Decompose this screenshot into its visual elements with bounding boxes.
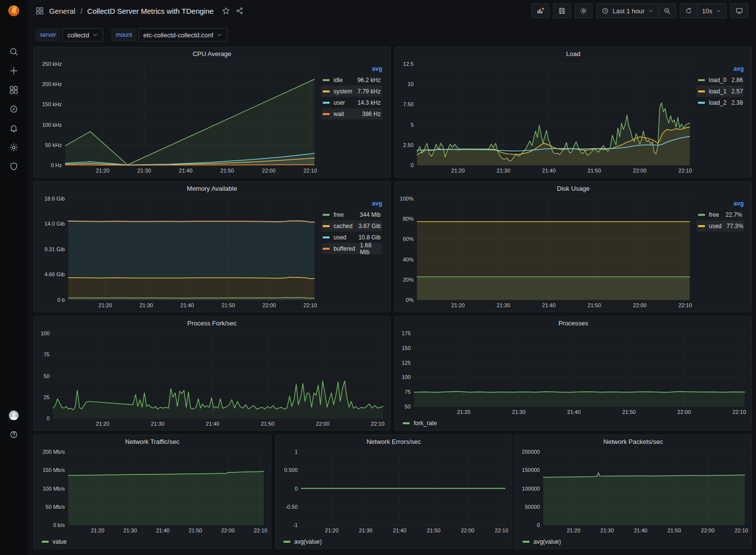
series-name[interactable]: used — [709, 223, 722, 230]
legend-item-value: value — [42, 538, 67, 545]
variable-mount-value[interactable]: etc-collectd-collectd.conf — [139, 28, 227, 42]
user-avatar[interactable] — [8, 409, 20, 421]
breadcrumb-section[interactable]: General — [49, 7, 75, 15]
fork-graph[interactable]: 21:2021:3021:4021:5022:0022:100255075100 — [36, 329, 388, 429]
create-plus-icon[interactable] — [9, 66, 19, 76]
server-admin-shield-icon[interactable] — [9, 162, 19, 172]
share-icon[interactable] — [235, 6, 244, 15]
svg-text:22:00: 22:00 — [677, 409, 691, 415]
panel-title-fork[interactable]: Process Fork/sec — [34, 317, 390, 329]
series-name[interactable]: free — [334, 211, 344, 218]
explore-compass-icon[interactable] — [9, 104, 19, 114]
time-range-picker[interactable]: Last 1 hour — [596, 3, 659, 18]
panel-title-net-packets[interactable]: Network Packets/sec — [515, 435, 752, 448]
legend-item-fork_rate: fork_rate — [403, 420, 437, 427]
zoom-out-time-button[interactable] — [658, 3, 676, 18]
series-avg-value: 77.3% — [722, 223, 743, 230]
series-avg-value: 7.79 kHz — [353, 88, 381, 95]
grafana-logo[interactable] — [7, 4, 21, 18]
refresh-interval-dropdown[interactable]: 10s — [697, 3, 727, 18]
configuration-gear-icon[interactable] — [9, 143, 19, 152]
tv-mode-button[interactable] — [730, 3, 748, 18]
legend-avg-header[interactable]: avg — [697, 64, 744, 74]
series-name[interactable]: wait — [334, 111, 344, 117]
svg-text:200 kHz: 200 kHz — [42, 81, 62, 87]
series-color-swatch — [42, 541, 49, 543]
panel-title-disk[interactable]: Disk Usage — [395, 182, 752, 195]
series-color-swatch — [323, 79, 330, 81]
panel-title-processes[interactable]: Processes — [395, 317, 752, 329]
series-name[interactable]: used — [334, 234, 346, 241]
svg-text:50: 50 — [44, 373, 50, 379]
legend-avg-header[interactable]: avg — [321, 199, 382, 209]
series-color-swatch — [323, 113, 330, 115]
panel-title-load[interactable]: Load — [395, 47, 752, 60]
svg-text:100000: 100000 — [522, 486, 540, 492]
series-name[interactable]: avg(value) — [533, 538, 561, 545]
dashboard-title: CollectD Server Metrics with TDengine — [87, 7, 214, 15]
search-icon[interactable] — [9, 47, 19, 57]
network-packets-graph[interactable]: 21:2021:3021:4021:5022:0022:100500001000… — [517, 448, 750, 536]
svg-text:21:40: 21:40 — [393, 527, 407, 533]
favorite-star-icon[interactable] — [222, 6, 230, 15]
memory-legend: avgfree344 Mibcached3.67 Gibused10.8 Gib… — [319, 195, 388, 311]
series-name[interactable]: avg(value) — [294, 538, 322, 545]
save-dashboard-button[interactable] — [553, 3, 571, 18]
help-icon[interactable] — [9, 430, 19, 439]
processes-graph[interactable]: 21:2021:3021:4021:5022:0022:105075100125… — [397, 329, 750, 417]
series-name[interactable]: user — [334, 99, 345, 106]
add-panel-button[interactable] — [532, 3, 549, 18]
network-traffic-graph[interactable]: 21:2021:3021:4021:5022:0022:100 b/s50 Mb… — [36, 448, 269, 536]
series-name[interactable]: fork_rate — [414, 420, 437, 427]
svg-text:50000: 50000 — [525, 504, 540, 510]
dashboards-icon[interactable] — [9, 85, 19, 95]
svg-text:22:00: 22:00 — [633, 302, 647, 308]
series-name[interactable]: load_0 — [709, 77, 727, 84]
panel-title-net-traffic[interactable]: Network Traffic/sec — [34, 435, 271, 448]
cpu-graph[interactable]: 21:2021:3021:4021:5022:0022:100 Hz50 kHz… — [36, 60, 319, 176]
svg-text:10: 10 — [408, 81, 414, 87]
top-navbar: General / CollectD Server Metrics with T… — [28, 0, 756, 22]
panel-title-net-errors[interactable]: Network Errors/sec — [276, 435, 512, 448]
panel-network-traffic: Network Traffic/sec 21:2021:3021:4021:50… — [33, 435, 271, 549]
series-name[interactable]: free — [709, 211, 719, 218]
panel-title-cpu[interactable]: CPU Average — [34, 47, 390, 60]
legend-avg-header[interactable]: avg — [697, 199, 744, 209]
network-packets-legend: avg(value) — [517, 536, 750, 548]
svg-text:22:00: 22:00 — [262, 302, 276, 308]
svg-text:-0.50: -0.50 — [285, 504, 298, 510]
legend-row-idle: idle96.2 kHz — [321, 74, 382, 86]
disk-graph[interactable]: 21:2021:3021:4021:5022:0022:100%20%40%60… — [397, 195, 695, 311]
svg-text:21:40: 21:40 — [634, 527, 647, 533]
series-name[interactable]: idle — [334, 77, 343, 84]
series-name[interactable]: value — [53, 538, 67, 545]
network-errors-graph[interactable]: 21:2021:3021:4021:5022:0022:10-1-0.5000.… — [278, 448, 510, 536]
variable-server-value[interactable]: collectd — [62, 28, 103, 42]
svg-text:21:50: 21:50 — [189, 527, 202, 533]
svg-text:150: 150 — [402, 345, 411, 351]
breadcrumb-separator: / — [80, 7, 82, 15]
series-color-swatch — [698, 102, 705, 104]
refresh-button[interactable] — [680, 3, 698, 18]
template-variables: server collectd mount etc-collectd-colle… — [35, 28, 227, 42]
panel-title-memory[interactable]: Memory Available — [34, 182, 390, 195]
series-name[interactable]: load_2 — [709, 99, 727, 106]
series-name[interactable]: cached — [334, 223, 353, 230]
svg-text:21:40: 21:40 — [179, 168, 193, 174]
series-name[interactable]: buffered — [334, 245, 355, 252]
legend-avg-header[interactable]: avg — [321, 64, 382, 74]
svg-text:0.500: 0.500 — [284, 467, 298, 473]
series-name[interactable]: system — [334, 88, 352, 95]
svg-text:21:50: 21:50 — [261, 421, 275, 427]
svg-text:100 kHz: 100 kHz — [42, 122, 62, 128]
series-avg-value: 1.68 Mib — [355, 242, 381, 256]
dashboard-settings-button[interactable] — [575, 3, 592, 18]
memory-graph[interactable]: 21:2021:3021:4021:5022:0022:100 b4.66 Gi… — [36, 195, 319, 311]
alerting-bell-icon[interactable] — [9, 123, 19, 133]
dashboards-grid-icon[interactable] — [35, 6, 44, 15]
series-avg-value: 2.38 — [727, 99, 743, 106]
series-name[interactable]: load_1 — [709, 88, 727, 95]
svg-text:21:50: 21:50 — [221, 168, 234, 174]
load-graph[interactable]: 21:2021:3021:4021:5022:0022:1002.5057.50… — [397, 60, 695, 176]
variable-mount-value-text: etc-collectd-collectd.conf — [143, 31, 213, 39]
